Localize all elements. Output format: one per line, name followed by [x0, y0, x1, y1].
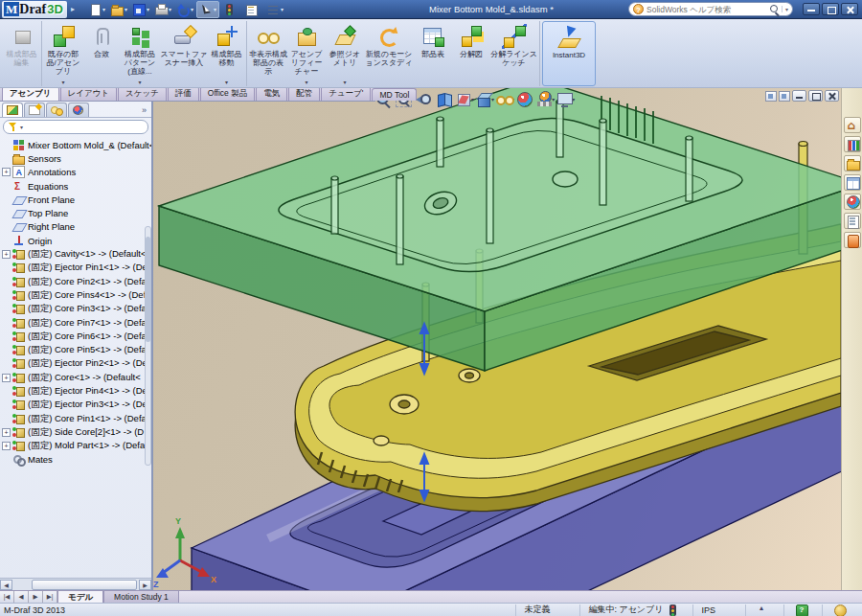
pane-split-right-icon[interactable] — [779, 91, 790, 102]
command-tab[interactable]: Office 製品 — [200, 88, 255, 101]
configurationmanager-tab[interactable] — [46, 103, 67, 117]
expand-toggle[interactable]: + — [2, 168, 11, 176]
command-tab[interactable]: 電気 — [256, 88, 287, 101]
filter-caret-icon[interactable]: ▾ — [20, 124, 23, 130]
tree-item[interactable]: + Origin — [2, 234, 151, 247]
command-tab[interactable]: チューブ' — [321, 88, 371, 101]
tree-item[interactable]: + (固定) Core<1> -> (Default< — [2, 371, 151, 384]
ribbon-button[interactable]: 部品表 ▾ — [414, 21, 452, 86]
tree-item[interactable]: + (固定) Ejector Pin2<1> -> (De — [2, 357, 151, 371]
undo-icon[interactable] — [176, 3, 190, 16]
document-minimize-button[interactable] — [792, 90, 806, 102]
document-close-button[interactable] — [825, 90, 839, 102]
section-view-icon[interactable] — [436, 91, 452, 107]
tree-item[interactable]: + (固定) Side Core[2]<1> -> (D — [2, 425, 151, 439]
dropdown-caret-icon[interactable]: ▾ — [138, 79, 141, 85]
search-options-caret-icon[interactable]: ▾ — [782, 6, 788, 12]
scroll-right-arrow[interactable]: ▶ — [139, 580, 151, 590]
command-tab[interactable]: 配管 — [288, 88, 320, 101]
tree-item[interactable]: + Mixer Bottom Mold_& (Default< — [2, 138, 151, 151]
ribbon-button[interactable]: 分解ラインスケッチ ▾ — [490, 21, 540, 86]
rebuild-icon[interactable] — [222, 3, 236, 16]
document-restore-button[interactable] — [808, 90, 823, 102]
ribbon-button[interactable]: 構成部品編集 ▾ — [4, 21, 42, 86]
command-tab[interactable]: レイアウト — [60, 88, 118, 101]
tree-item[interactable]: + (固定) Core Pin1<1> -> (Defa — [2, 412, 151, 425]
prev-tab-button[interactable]: ◀ — [14, 591, 29, 603]
scrollbar-thumb[interactable] — [146, 237, 150, 342]
view-palette-icon[interactable] — [844, 174, 861, 191]
help-search-box[interactable]: ▾ — [628, 2, 793, 16]
tree-item[interactable]: + Right Plane — [2, 220, 151, 234]
dropdown-caret-icon[interactable]: ▾ — [191, 6, 193, 12]
propertymanager-tab[interactable] — [24, 103, 45, 117]
ribbon-button[interactable]: 既存の部品/アセンブリ ▾ — [44, 21, 82, 86]
new-document-icon[interactable] — [88, 3, 102, 16]
dropdown-caret-icon[interactable]: ▾ — [225, 79, 228, 85]
tree-item[interactable]: + (固定) Core Pin7<1> -> (Defa — [2, 316, 151, 330]
model-tab[interactable]: モデル — [57, 591, 103, 603]
tree-item[interactable]: + (固定) Ejector Pin1<1> -> (De — [2, 262, 151, 275]
tree-item[interactable]: + Sensors — [2, 151, 151, 165]
dropdown-caret-icon[interactable]: ▾ — [147, 6, 149, 12]
restore-button[interactable] — [822, 3, 839, 15]
command-tab[interactable]: MD Tool — [372, 88, 417, 101]
menu-expand-arrow-icon[interactable]: ▸ — [71, 5, 75, 13]
custom-properties-icon[interactable] — [844, 213, 861, 229]
expand-toggle[interactable]: + — [2, 374, 11, 382]
ribbon-button[interactable]: 新規のモーションスタディ ▾ — [364, 21, 414, 86]
ribbon-button[interactable]: アセンブリフィーチャー ▾ — [287, 21, 326, 86]
tree-vertical-scrollbar[interactable] — [145, 226, 151, 466]
open-icon[interactable] — [110, 3, 124, 16]
dropdown-caret-icon[interactable]: ▾ — [61, 79, 64, 85]
tree-item[interactable]: + (固定) Core Pin3<1> -> (Defa — [2, 303, 151, 316]
hide-show-items-icon[interactable] — [496, 91, 512, 107]
previous-view-icon[interactable] — [416, 91, 432, 107]
tree-item[interactable]: + (固定) Core Pins4<1> -> (Defa — [2, 288, 151, 302]
ribbon-button[interactable]: 構成部品移動 ▾ — [209, 21, 247, 86]
tree-item[interactable]: + (固定) Ejector Pin3<1> -> (De — [2, 399, 151, 412]
minimize-button[interactable] — [803, 3, 820, 15]
tree-item[interactable]: + Annotations — [2, 166, 151, 179]
ribbon-button[interactable]: 参照ジオメトリ ▾ — [326, 21, 364, 86]
next-tab-button[interactable]: ▶ — [29, 591, 43, 603]
tree-item[interactable]: + (固定) Core Pin5<1> -> (Defa — [2, 343, 151, 356]
model-tab[interactable]: Motion Study 1 — [103, 591, 179, 603]
tree-item[interactable]: + (固定) Mold Part<1> -> (Defa — [2, 440, 151, 453]
ribbon-button[interactable]: 合致 ▾ — [82, 21, 121, 86]
expand-toggle[interactable]: + — [2, 428, 11, 437]
edit-appearance-icon[interactable] — [516, 91, 533, 107]
tree-filter-box[interactable]: ▾ — [3, 120, 148, 134]
scroll-left-arrow[interactable]: ◀ — [0, 580, 12, 590]
pane-split-left-icon[interactable] — [765, 91, 777, 102]
tree-item[interactable]: + (固定) Ejector Pin4<1> -> (De — [2, 384, 151, 398]
file-properties-icon[interactable] — [244, 3, 258, 16]
ribbon-button[interactable]: スマートファスナー挿入 ▾ — [159, 21, 209, 86]
dropdown-caret-icon[interactable]: ▾ — [102, 6, 105, 12]
dropdown-caret-icon[interactable]: ▾ — [343, 79, 346, 85]
document-recovery-icon[interactable] — [844, 232, 861, 248]
display-style-icon[interactable] — [476, 91, 492, 107]
resources-home-icon[interactable] — [844, 117, 861, 133]
save-icon[interactable] — [132, 3, 146, 16]
expand-toggle[interactable]: + — [2, 250, 11, 259]
search-input[interactable] — [644, 5, 769, 14]
dropdown-caret-icon[interactable]: ▾ — [305, 79, 307, 85]
first-tab-button[interactable]: |◀ — [0, 591, 14, 603]
graphics-viewport[interactable]: Y X Z ▾ ▾ — [153, 88, 841, 590]
print-icon[interactable] — [154, 3, 168, 16]
dropdown-caret-icon[interactable]: ▾ — [125, 6, 127, 12]
view-orientation-icon[interactable] — [456, 91, 472, 107]
dropdown-caret-icon[interactable]: ▾ — [214, 6, 216, 12]
last-tab-button[interactable]: ▶| — [43, 591, 57, 603]
scrollbar-thumb[interactable] — [32, 580, 137, 590]
panel-overflow-button[interactable]: » — [139, 105, 149, 117]
select-icon[interactable] — [199, 3, 213, 16]
dropdown-caret-icon[interactable]: ▾ — [169, 6, 171, 12]
dropdown-caret-icon[interactable]: ▾ — [281, 6, 284, 12]
tree-item[interactable]: + (固定) Core Pin6<1> -> (Defa — [2, 330, 151, 343]
close-button[interactable] — [841, 3, 858, 15]
tree-horizontal-scrollbar[interactable]: ◀ ▶ — [0, 578, 151, 590]
tree-item[interactable]: + Front Plane — [2, 193, 151, 206]
appearances-icon[interactable] — [844, 194, 861, 210]
